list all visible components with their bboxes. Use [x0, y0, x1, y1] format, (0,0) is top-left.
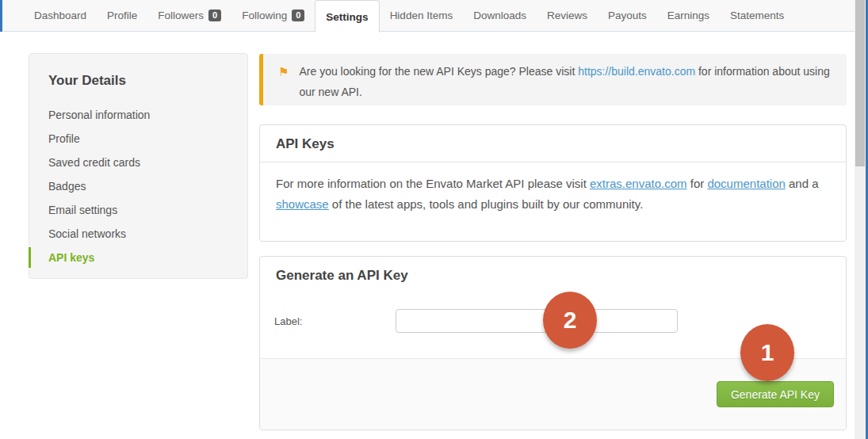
top-tab-bar: Dashboard Profile Followers 0 Following …	[0, 0, 868, 32]
annotation-step-2: 2	[543, 292, 597, 349]
sidebar-list: Personal information Profile Saved credi…	[29, 103, 247, 269]
new-api-notice: ⚑ Are you looking for the new API Keys p…	[259, 54, 847, 105]
tab-profile[interactable]: Profile	[97, 0, 147, 31]
flag-icon: ⚑	[278, 65, 289, 79]
sidebar-item-badges[interactable]: Badges	[29, 174, 247, 198]
showcase-link[interactable]: showcase	[276, 197, 329, 211]
tab-earnings[interactable]: Earnings	[657, 0, 720, 31]
notice-text: Are you looking for the new API Keys pag…	[299, 61, 846, 102]
annotation-step-1: 1	[740, 324, 794, 381]
sidebar-item-saved-credit-cards[interactable]: Saved credit cards	[29, 151, 247, 174]
window-border-left	[0, 0, 2, 32]
tab-hidden-items[interactable]: Hidden Items	[380, 0, 464, 31]
followers-count-badge: 0	[208, 10, 221, 21]
tab-downloads[interactable]: Downloads	[463, 0, 537, 31]
documentation-link[interactable]: documentation	[707, 177, 785, 190]
label-field-caption: Label:	[274, 315, 302, 327]
your-details-sidebar: Your Details Personal information Profil…	[29, 53, 248, 279]
tab-following[interactable]: Following 0	[231, 0, 315, 31]
sidebar-item-api-keys[interactable]: API keys	[29, 246, 247, 269]
extras-envato-link[interactable]: extras.envato.com	[590, 177, 687, 190]
active-item-indicator	[29, 247, 31, 268]
tab-reviews[interactable]: Reviews	[537, 0, 598, 31]
generate-panel-title: Generate an API Key	[260, 257, 846, 294]
tab-statements[interactable]: Statements	[720, 0, 794, 31]
api-keys-panel-title: API Keys	[260, 125, 846, 162]
following-count-badge: 0	[292, 10, 304, 21]
scrollbar-track[interactable]	[855, 0, 866, 439]
api-keys-panel-body: For more information on the Envato Marke…	[260, 162, 846, 215]
sidebar-item-personal-information[interactable]: Personal information	[29, 103, 247, 127]
sidebar-title: Your Details	[29, 54, 247, 89]
sidebar-item-profile[interactable]: Profile	[29, 127, 247, 151]
generate-api-key-button[interactable]: Generate API Key	[717, 381, 834, 407]
tab-settings[interactable]: Settings	[315, 0, 379, 32]
scrollbar-thumb[interactable]	[855, 0, 865, 166]
label-input[interactable]	[396, 309, 678, 333]
sidebar-item-email-settings[interactable]: Email settings	[29, 198, 247, 222]
api-keys-panel: API Keys For more information on the Env…	[259, 124, 847, 242]
tab-payouts[interactable]: Payouts	[598, 0, 657, 31]
tab-followers[interactable]: Followers 0	[147, 0, 231, 31]
tab-dashboard[interactable]: Dashboard	[24, 0, 97, 31]
sidebar-item-social-networks[interactable]: Social networks	[29, 222, 247, 246]
build-envato-link[interactable]: https://build.envato.com	[578, 65, 695, 78]
